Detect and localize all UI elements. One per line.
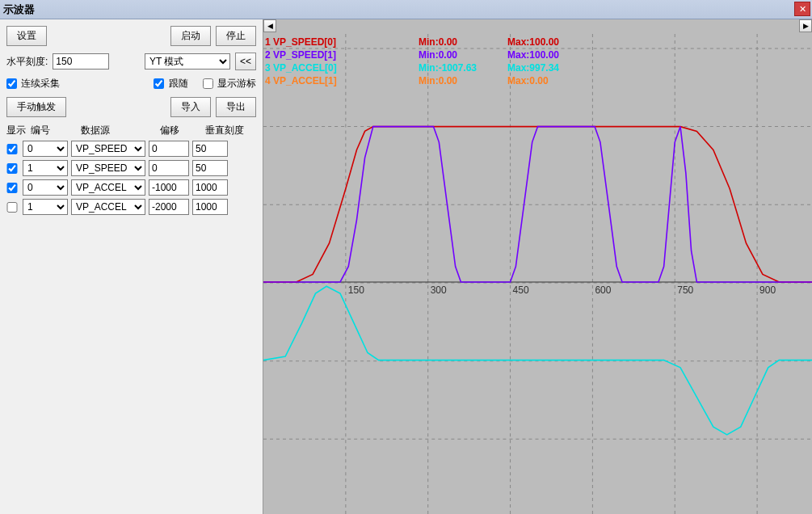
hscale-input[interactable] <box>53 53 109 70</box>
settings-button[interactable]: 设置 <box>6 26 47 46</box>
offset-input[interactable] <box>149 179 189 196</box>
continuous-checkbox-label[interactable]: 连续采集 <box>6 77 60 91</box>
close-icon[interactable]: ✕ <box>794 2 810 16</box>
legend-row: 2 VP_SPEED[1]Min:0.00Max:100.00 <box>265 48 559 61</box>
follow-checkbox-label[interactable]: 跟随 <box>154 77 187 91</box>
scroll-right-icon[interactable]: ▶ <box>799 19 812 32</box>
continuous-checkbox[interactable] <box>6 78 17 89</box>
vscale-input[interactable] <box>192 199 228 215</box>
export-button[interactable]: 导出 <box>216 97 256 117</box>
hscale-label: 水平刻度: <box>6 55 48 69</box>
legend-row: 3 VP_ACCEL[0]Min:-1007.63Max:997.34 <box>265 61 559 74</box>
follow-checkbox[interactable] <box>154 78 164 89</box>
svg-text:450: 450 <box>513 284 529 296</box>
data-row: 0VP_ACCEL <box>6 179 256 196</box>
data-row: 1VP_ACCEL <box>6 199 256 215</box>
index-select[interactable]: 0 <box>23 141 68 157</box>
vscale-input[interactable] <box>192 179 228 196</box>
stop-button[interactable]: 停止 <box>216 26 256 46</box>
manual-trigger-button[interactable]: 手动触发 <box>6 97 66 117</box>
svg-text:300: 300 <box>431 284 447 296</box>
index-select[interactable]: 0 <box>23 179 68 196</box>
vscale-input[interactable] <box>192 160 228 176</box>
source-select[interactable]: VP_SPEED <box>71 141 145 157</box>
column-headers: 显示 编号 数据源 偏移 垂直刻度 <box>6 124 256 137</box>
window-title: 示波器 <box>3 2 35 17</box>
svg-text:900: 900 <box>759 284 776 296</box>
collapse-button[interactable]: << <box>235 53 256 70</box>
show-checkbox[interactable] <box>6 202 18 213</box>
control-panel: 设置 启动 停止 水平刻度: YT 模式 << 连续采集 跟随 <box>0 19 263 514</box>
title-bar: 示波器 ✕ <box>0 0 812 19</box>
offset-input[interactable] <box>149 199 189 215</box>
start-button[interactable]: 启动 <box>170 26 211 46</box>
mode-select[interactable]: YT 模式 <box>145 53 230 70</box>
import-button[interactable]: 导入 <box>170 97 211 117</box>
svg-text:600: 600 <box>595 284 611 296</box>
oscilloscope-chart: 150300450600750900 <box>263 34 812 514</box>
index-select[interactable]: 1 <box>23 160 68 176</box>
show-checkbox[interactable] <box>6 163 18 174</box>
vscale-input[interactable] <box>192 141 228 157</box>
offset-input[interactable] <box>149 160 189 176</box>
source-select[interactable]: VP_ACCEL <box>71 179 145 196</box>
data-row: 0VP_SPEED <box>6 141 256 157</box>
index-select[interactable]: 1 <box>23 199 68 215</box>
chart-area: ◀ ▶ 150300450600750900 1 VP_SPEED[0]Min:… <box>263 19 812 514</box>
legend-row: 1 VP_SPEED[0]Min:0.00Max:100.00 <box>265 36 559 48</box>
offset-input[interactable] <box>149 141 189 157</box>
chart-legend: 1 VP_SPEED[0]Min:0.00Max:100.002 VP_SPEE… <box>265 36 559 87</box>
scroll-left-icon[interactable]: ◀ <box>263 19 276 32</box>
data-row: 1VP_SPEED <box>6 160 256 176</box>
show-checkbox[interactable] <box>6 144 18 154</box>
show-checkbox[interactable] <box>6 183 18 193</box>
source-select[interactable]: VP_SPEED <box>71 160 145 176</box>
cursor-checkbox[interactable] <box>203 78 213 89</box>
svg-text:750: 750 <box>677 284 693 296</box>
cursor-checkbox-label[interactable]: 显示游标 <box>203 77 256 91</box>
source-select[interactable]: VP_ACCEL <box>71 199 145 215</box>
svg-text:150: 150 <box>348 284 364 296</box>
legend-row: 4 VP_ACCEL[1]Min:0.00Max:0.00 <box>265 74 559 87</box>
